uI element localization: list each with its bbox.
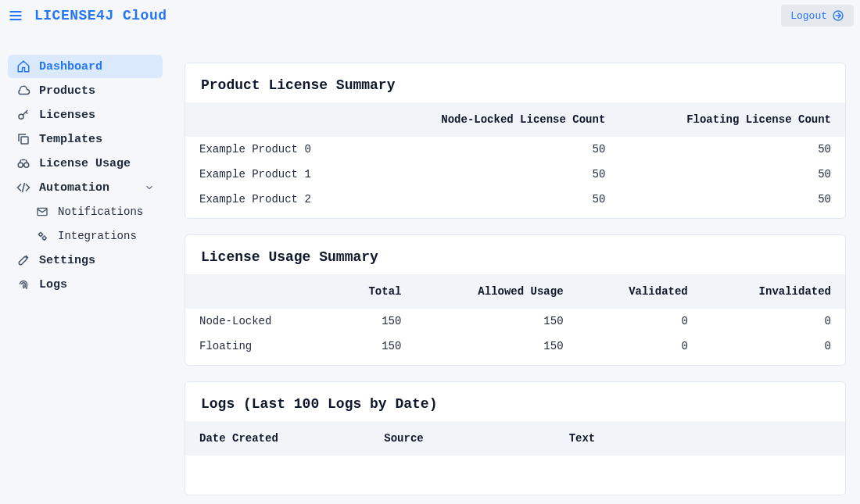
table-cell: Example Product 1 [185,162,368,187]
svg-point-6 [18,163,23,167]
table-cell: 50 [368,162,620,187]
table-cell: Node-Locked [185,309,328,334]
table-cell: 0 [578,334,702,365]
table-cell: 150 [328,334,415,365]
fingerprint-icon [16,277,31,292]
license-usage-summary-card: License Usage Summary Total Allowed Usag… [185,234,846,366]
copy-icon [16,131,31,147]
product-license-summary-card: Product License Summary Node-Locked Lice… [185,63,846,219]
sidebar-label: Notifications [58,206,143,218]
logs-table: Date Created Source Text [185,421,845,495]
sidebar: Dashboard Products Licenses Templates Li [0,31,170,504]
sidebar-item-integrations[interactable]: Integrations [27,224,163,248]
main-wrap: Dashboard Products Licenses Templates Li [0,31,860,504]
sidebar-item-settings[interactable]: Settings [8,248,163,272]
product-summary-table: Node-Locked License Count Floating Licen… [185,102,845,218]
automation-subnav: Notifications Integrations [8,200,163,248]
th: Text [555,421,845,456]
usage-summary-table: Total Allowed Usage Validated Invalidate… [185,274,845,365]
chevron-down-icon [144,182,155,193]
table-row: Example Product 15050 [185,162,845,187]
card-title: License Usage Summary [185,235,845,274]
th: Node-Locked License Count [368,102,620,137]
th: Floating License Count [619,102,845,137]
logout-button[interactable]: Logout [781,5,854,27]
logs-empty-row [185,456,845,495]
table-cell: 50 [368,187,620,218]
th: Allowed Usage [415,274,577,309]
table-row: Node-Locked15015000 [185,309,845,334]
sidebar-label: Automation [39,181,109,195]
table-cell: 0 [702,309,845,334]
table-row: Example Product 05050 [185,137,845,162]
hamburger-icon [8,8,23,23]
logout-icon [832,9,844,22]
sidebar-item-license-usage[interactable]: License Usage [8,152,163,175]
th: Validated [578,274,702,309]
sidebar-label: Templates [39,133,102,146]
th: Date Created [185,421,370,456]
svg-rect-5 [21,137,28,144]
code-icon [16,180,31,195]
sidebar-label: Licenses [39,109,95,122]
table-cell: Example Product 2 [185,187,368,218]
table-cell: 150 [328,309,415,334]
sidebar-item-automation[interactable]: Automation [8,176,163,199]
app-title: LICENSE4J Cloud [34,8,167,23]
table-cell: 150 [415,334,577,365]
hamburger-menu-button[interactable] [6,6,25,25]
table-cell: 0 [702,334,845,365]
table-cell: 0 [578,309,702,334]
mail-icon [34,204,50,220]
sidebar-label: Integrations [58,230,137,242]
topbar-left: LICENSE4J Cloud [6,6,167,25]
table-cell: 150 [415,309,577,334]
content-area[interactable]: Product License Summary Node-Locked Lice… [170,31,860,504]
table-cell: Example Product 0 [185,137,368,162]
card-title: Logs (Last 100 Logs by Date) [185,382,845,421]
topbar: LICENSE4J Cloud Logout [0,0,860,31]
sidebar-item-logs[interactable]: Logs [8,273,163,296]
sidebar-item-dashboard[interactable]: Dashboard [8,55,163,78]
sidebar-label: License Usage [39,157,131,170]
table-cell: Floating [185,334,328,365]
home-icon [16,59,31,74]
table-cell: 50 [368,137,620,162]
logout-label: Logout [790,10,827,22]
sidebar-label: Dashboard [39,60,102,73]
table-cell: 50 [619,162,845,187]
table-row: Example Product 25050 [185,187,845,218]
logs-card: Logs (Last 100 Logs by Date) Date Create… [185,381,846,495]
table-row: Floating15015000 [185,334,845,365]
wrench-icon [16,252,31,268]
th: Source [370,421,554,456]
svg-point-4 [19,114,23,119]
sidebar-item-licenses[interactable]: Licenses [8,103,163,127]
table-cell: 50 [619,187,845,218]
th [185,102,368,137]
sidebar-label: Products [39,84,95,98]
sidebar-label: Settings [39,254,95,267]
th: Invalidated [702,274,845,309]
sidebar-item-templates[interactable]: Templates [8,127,163,151]
cloud-icon [16,83,31,98]
th [185,274,328,309]
sidebar-item-products[interactable]: Products [8,79,163,102]
svg-point-10 [43,237,46,240]
card-title: Product License Summary [185,63,845,102]
svg-point-7 [24,163,29,167]
sidebar-item-notifications[interactable]: Notifications [27,200,163,223]
svg-point-9 [39,233,42,236]
binoculars-icon [16,155,31,171]
gears-icon [34,228,50,244]
table-cell: 50 [619,137,845,162]
sidebar-label: Logs [39,278,67,291]
th: Total [328,274,415,309]
key-icon [16,107,31,123]
